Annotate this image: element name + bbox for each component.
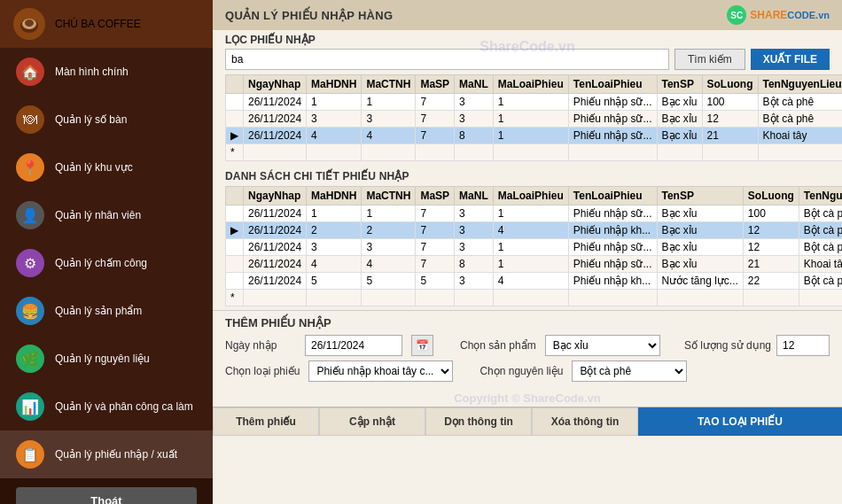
sidebar-item-man-hinh-chinh[interactable]: 🏠 Màn hình chính	[0, 48, 213, 96]
sidebar-item-quan-ly-so-ban[interactable]: 🍽 Quản lý số bàn	[0, 96, 213, 143]
cell-manl: 3	[455, 111, 494, 128]
sharecode-icon: SC	[727, 5, 746, 25]
ngay-nhap-input[interactable]	[305, 335, 402, 356]
table-row[interactable]: 26/11/2024 5 5 5 3 4 Phiếu nhập kh... Nư…	[226, 273, 843, 290]
cell-ngaynhap: 26/11/2024	[244, 273, 307, 290]
chon-san-pham-select[interactable]: Bạc xỉu Cà phê đen Cà phê sữa	[545, 335, 660, 356]
cell-soluong: 100	[743, 205, 799, 222]
table-row[interactable]: ▶ 26/11/2024 4 4 7 8 1 Phiếu nhập sữ... …	[226, 128, 843, 144]
filter-section: LỌC PHIẾU NHẬP Tìm kiếm XUẤT FILE	[213, 30, 842, 74]
sidebar-item-quan-ly-nhan-vien[interactable]: 👤 Quản lý nhân viên	[0, 191, 213, 239]
logout-section: Thoát	[0, 478, 213, 504]
cell-mahdnh: 4	[307, 128, 362, 144]
tao-loai-phieu-button[interactable]: TAO LOẠI PHIẾU	[638, 407, 842, 436]
table-row[interactable]: 26/11/2024 1 1 7 3 1 Phiếu nhập sữ... Bạ…	[226, 205, 843, 222]
cell-tensp: Bạc xỉu	[657, 222, 743, 239]
table-row[interactable]: 26/11/2024 1 1 7 3 1 Phiếu nhập sữ... Bạ…	[226, 94, 843, 111]
cell-mactnh: 3	[362, 239, 416, 256]
cell-soluong: 21	[743, 256, 799, 273]
col-tensp: TenSP	[657, 187, 743, 205]
home-icon: 🏠	[16, 58, 44, 86]
cell-mahdnh: 2	[307, 222, 362, 239]
cell-tenloaiphieu: Phiếu nhập sữ...	[568, 128, 657, 144]
person-icon: 👤	[16, 201, 44, 229]
table-row[interactable]: 26/11/2024 3 3 7 3 1 Phiếu nhập sữ... Bạ…	[226, 111, 843, 128]
cell-maloaiphieu: 1	[493, 239, 568, 256]
cell-tenloaiphieu: Phiếu nhập sữ...	[568, 239, 657, 256]
cell-manl: 3	[455, 205, 494, 222]
sidebar-item-quan-ly-nguyen-lieu[interactable]: 🌿 Quản lý nguyên liệu	[0, 335, 213, 383]
table-row[interactable]: 26/11/2024 4 4 7 8 1 Phiếu nhập sữ... Bạ…	[226, 256, 843, 273]
cell-mahdnh: 3	[307, 239, 362, 256]
col-ngaynhap: NgayNhap	[244, 75, 307, 94]
sidebar-item-label: Quản lý phiếu nhập / xuất	[55, 448, 177, 461]
logout-button[interactable]: Thoát	[16, 487, 197, 504]
cell-manl: 3	[455, 94, 494, 111]
chon-nguyen-lieu-select[interactable]: Bột cà phê Đường Sữa	[572, 361, 687, 382]
xoa-thong-tin-button[interactable]: Xóa thông tin	[532, 407, 638, 436]
top-table: NgayNhap MaHDNH MaCTNH MaSP MaNL MaLoaiP…	[225, 74, 842, 161]
cell-star: *	[226, 290, 244, 306]
sidebar-item-label: Quản lý nguyên liệu	[55, 353, 150, 365]
filter-label: LỌC PHIẾU NHẬP	[225, 34, 830, 46]
col-ngaynhap: NgayNhap	[244, 187, 307, 205]
cell-ngaynhap: 26/11/2024	[244, 111, 307, 128]
chon-loai-phieu-select[interactable]: Phiếu nhập khoai tây c... Phiếu nhập sữa…	[308, 361, 453, 382]
cell-tennl: Bột cà phê	[799, 239, 842, 256]
sidebar-item-label: Quản lý khu vực	[55, 161, 133, 174]
cell-mactnh: 4	[362, 256, 416, 273]
cell-mahdnh: 1	[307, 94, 362, 111]
top-table-body: 26/11/2024 1 1 7 3 1 Phiếu nhập sữ... Bạ…	[226, 94, 843, 161]
col-maloaiphieu: MaLoaiPhieu	[493, 75, 568, 94]
svg-point-3	[25, 19, 34, 27]
cell-mactnh: 1	[362, 94, 416, 111]
cell-mahdnh: 1	[307, 205, 362, 222]
so-luong-label: Số lượng sử dụng	[684, 339, 771, 352]
cell-masp: 7	[416, 94, 455, 111]
cell-tennl: Bột cà phê	[758, 94, 842, 111]
col-soluong: SoLuong	[702, 75, 758, 94]
cell-tenloaiphieu: Phiếu nhập kh...	[568, 273, 657, 290]
col-tennl: TenNguyenLieu	[799, 187, 842, 205]
cell-mactnh: 3	[362, 111, 416, 128]
cell-ngaynhap: 26/11/2024	[244, 205, 307, 222]
form-row2: Chọn loại phiếu Phiếu nhập khoai tây c..…	[225, 361, 830, 382]
col-masp: MaSP	[416, 187, 455, 205]
calendar-icon-button[interactable]: 📅	[411, 335, 433, 356]
cell-soluong: 12	[743, 239, 799, 256]
col-manl: MaNL	[455, 75, 494, 94]
add-title: THÊM PHIẾU NHẬP	[225, 316, 830, 330]
col-masp: MaSP	[416, 75, 455, 94]
cell-tennl: Bột cà phê	[758, 111, 842, 128]
sidebar-item-quan-ly-phieu[interactable]: 📋 Quản lý phiếu nhập / xuất	[0, 430, 213, 478]
row-indicator: ▶	[226, 128, 244, 144]
col-indicator	[226, 75, 244, 94]
cell-soluong: 100	[702, 94, 758, 111]
ingredient-icon: 🌿	[16, 345, 44, 373]
them-phieu-button[interactable]: Thêm phiếu	[213, 407, 319, 436]
sidebar-item-label: Quản lý sản phẩm	[55, 305, 142, 317]
don-thong-tin-button[interactable]: Dọn thông tin	[425, 407, 532, 436]
cell-soluong: 12	[702, 111, 758, 128]
cell-star: *	[226, 144, 244, 161]
cell-mahdnh: 4	[307, 256, 362, 273]
cap-nhat-button[interactable]: Cập nhật	[319, 407, 425, 436]
sidebar-item-quan-ly-khu-vuc[interactable]: 📍 Quản lý khu vực	[0, 143, 213, 191]
filter-input[interactable]	[225, 49, 669, 70]
so-luong-input[interactable]	[776, 335, 830, 356]
cell-tennl: Bột cà phê	[799, 205, 842, 222]
page-title: QUẢN LÝ PHIẾU NHẬP HÀNG	[225, 9, 393, 22]
cell-ngaynhap: 26/11/2024	[244, 128, 307, 144]
export-button[interactable]: XUẤT FILE	[751, 49, 830, 70]
table-row[interactable]: ▶ 26/11/2024 2 2 7 3 4 Phiếu nhập kh... …	[226, 222, 843, 239]
logo-icon	[12, 7, 46, 41]
sidebar-item-quan-ly-phan-cong[interactable]: 📊 Quản lý và phân công ca làm	[0, 383, 213, 430]
sidebar-header: CHÚ BA COFFEE	[0, 0, 213, 48]
sidebar-item-quan-ly-san-pham[interactable]: 🍔 Quản lý sản phẩm	[0, 287, 213, 335]
table-row[interactable]: 26/11/2024 3 3 7 3 1 Phiếu nhập sữ... Bạ…	[226, 239, 843, 256]
cell-manl: 3	[455, 239, 494, 256]
row-indicator: ▶	[226, 222, 244, 239]
sidebar-item-quan-ly-cham-cong[interactable]: ⚙ Quản lý chấm công	[0, 239, 213, 287]
search-button[interactable]: Tìm kiếm	[674, 49, 745, 70]
row-indicator	[226, 256, 244, 273]
